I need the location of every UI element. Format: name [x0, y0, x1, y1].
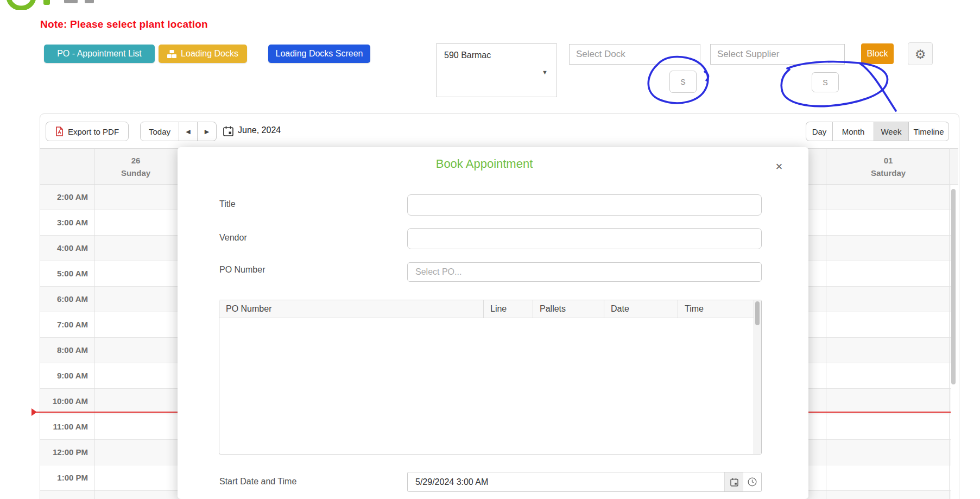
- time-label: 11:00 AM: [40, 414, 88, 440]
- start-datetime-value[interactable]: 5/29/2024 3:00 AM: [408, 472, 724, 491]
- time-label: 12:00 PM: [40, 440, 88, 465]
- block-button[interactable]: Block: [861, 43, 894, 64]
- dock-spinner-badge[interactable]: S: [669, 71, 697, 93]
- calendar-icon: [730, 478, 738, 487]
- po-select-input[interactable]: [407, 262, 762, 282]
- date-picker-button[interactable]: [724, 472, 743, 491]
- view-button-month[interactable]: Month: [833, 122, 874, 141]
- plant-location-select[interactable]: 590 Barmac ▼: [436, 43, 557, 97]
- current-period-label: June, 2024: [238, 125, 281, 135]
- book-appointment-modal: Book Appointment × Title Vendor PO Numbe…: [178, 147, 808, 499]
- scrollbar-divider: [949, 148, 950, 499]
- po-table-header-row: PO NumberLinePalletsDateTime: [219, 300, 755, 318]
- po-appointment-list-button[interactable]: PO - Appointment List: [44, 45, 155, 63]
- time-label: 5:00 AM: [40, 261, 88, 287]
- time-picker-button[interactable]: [743, 472, 761, 491]
- po-table-header-pallets: Pallets: [533, 300, 604, 318]
- loading-docks-label: Loading Docks: [181, 49, 238, 59]
- po-appointment-list-label: PO - Appointment List: [57, 49, 142, 59]
- calendar-icon: [223, 126, 233, 136]
- po-table-header-time: Time: [678, 300, 755, 318]
- export-to-pdf-button[interactable]: Export to PDF: [46, 122, 129, 141]
- pdf-icon: [55, 127, 64, 136]
- prev-week-button[interactable]: ◀: [179, 122, 198, 141]
- select-supplier-input[interactable]: [710, 44, 845, 65]
- plant-location-note: Note: Please select plant location: [40, 18, 208, 30]
- chevron-down-icon: ▼: [542, 69, 548, 75]
- vendor-field-label: Vendor: [219, 233, 247, 243]
- company-logo: [4, 0, 102, 10]
- time-label: 8:00 AM: [40, 338, 88, 363]
- day-header-saturday[interactable]: 01 Saturday: [826, 149, 951, 184]
- day-name: Saturday: [826, 167, 951, 179]
- calendar-scrollbar[interactable]: [951, 189, 956, 384]
- chevron-right-icon: ▶: [205, 128, 209, 135]
- view-button-day[interactable]: Day: [806, 122, 833, 141]
- time-label: 1:00 PM: [40, 465, 88, 491]
- loading-docks-screen-button[interactable]: Loading Docks Screen: [268, 45, 370, 63]
- view-switcher: DayMonthWeekTimeline: [806, 122, 949, 141]
- app-page: Note: Please select plant location PO - …: [0, 0, 980, 499]
- loading-docks-button[interactable]: Loading Docks: [159, 45, 247, 63]
- close-icon[interactable]: ×: [770, 158, 788, 175]
- time-label: 2:00 PM: [40, 491, 88, 499]
- date-nav-group: Today ◀ ▶: [140, 122, 217, 141]
- time-label: 4:00 AM: [40, 236, 88, 261]
- today-button[interactable]: Today: [140, 122, 179, 141]
- time-label: 3:00 AM: [40, 210, 88, 236]
- po-table: PO NumberLinePalletsDateTime: [219, 300, 762, 454]
- chevron-left-icon: ◀: [186, 128, 190, 135]
- vendor-input[interactable]: [407, 228, 762, 249]
- pallet-icon: [167, 50, 176, 58]
- day-number: 01: [826, 154, 951, 167]
- time-label: 7:00 AM: [40, 312, 88, 338]
- day-number: 26: [94, 154, 178, 167]
- po-table-header-date: Date: [604, 300, 678, 318]
- select-dock-input[interactable]: [569, 44, 700, 65]
- next-week-button[interactable]: ▶: [198, 122, 217, 141]
- gear-icon: ⚙: [915, 47, 926, 61]
- start-datetime-label: Start Date and Time: [219, 477, 296, 487]
- supplier-spinner-badge[interactable]: S: [812, 72, 839, 92]
- time-label: 2:00 AM: [40, 185, 88, 210]
- clock-icon: [748, 477, 757, 487]
- po-table-scrollbar-thumb[interactable]: [755, 301, 760, 325]
- saturday-column-divider: [826, 148, 826, 499]
- po-number-field-label: PO Number: [219, 265, 265, 275]
- settings-button[interactable]: ⚙: [908, 42, 933, 65]
- po-table-header-line: Line: [484, 300, 533, 318]
- time-label: 6:00 AM: [40, 287, 88, 312]
- day-header-sunday[interactable]: 26 Sunday: [94, 149, 178, 184]
- title-input[interactable]: [407, 194, 762, 216]
- view-button-week[interactable]: Week: [874, 122, 909, 141]
- time-label: 9:00 AM: [40, 363, 88, 389]
- title-field-label: Title: [219, 199, 236, 209]
- start-datetime-picker: 5/29/2024 3:00 AM: [407, 472, 762, 492]
- export-to-pdf-label: Export to PDF: [68, 127, 119, 136]
- plant-location-value: 590 Barmac: [444, 50, 491, 60]
- po-table-header-po-number: PO Number: [219, 300, 484, 318]
- time-column-divider: [94, 148, 94, 499]
- view-button-timeline[interactable]: Timeline: [909, 122, 949, 141]
- day-name: Sunday: [94, 167, 178, 179]
- time-label: 10:00 AM: [40, 389, 88, 414]
- current-time-arrow-icon: [31, 408, 37, 416]
- loading-docks-screen-label: Loading Docks Screen: [276, 49, 363, 59]
- po-table-scrollbar[interactable]: [754, 300, 761, 454]
- modal-title: Book Appointment: [178, 157, 791, 171]
